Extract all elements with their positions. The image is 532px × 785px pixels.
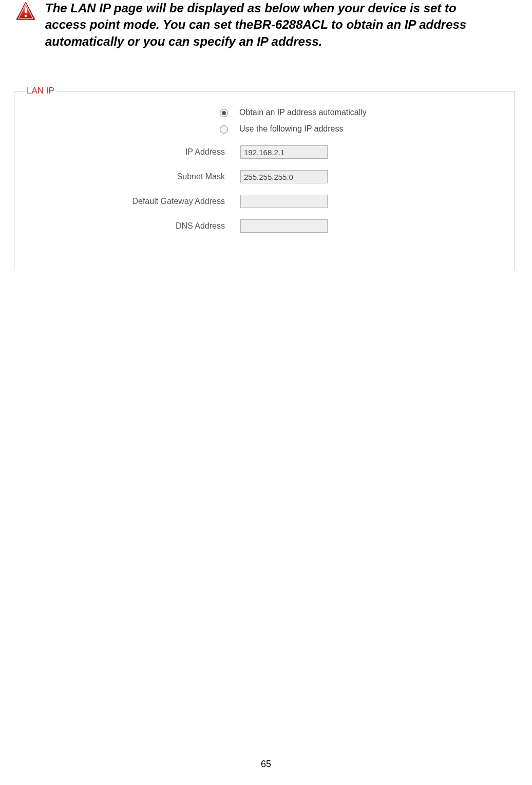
label-default-gateway: Default Gateway Address: [25, 197, 240, 206]
radio-obtain-auto[interactable]: Obtain an IP address automatically: [220, 106, 504, 119]
input-dns-address[interactable]: [240, 219, 328, 233]
note-text: The LAN IP page will be displayed as bel…: [45, 0, 517, 50]
input-ip-address[interactable]: [240, 145, 328, 159]
lan-ip-panel: LAN IP Obtain an IP address automaticall…: [13, 86, 516, 270]
svg-rect-2: [25, 7, 27, 13]
document-page: The LAN IP page will be displayed as bel…: [0, 0, 532, 785]
radio-label: Use the following IP address: [239, 124, 343, 134]
row-default-gateway: Default Gateway Address: [25, 195, 504, 208]
row-subnet-mask: Subnet Mask: [25, 170, 504, 183]
radio-label: Obtain an IP address automatically: [239, 108, 367, 117]
label-dns-address: DNS Address: [25, 221, 240, 231]
warning-icon: [15, 1, 36, 22]
fieldset-legend: LAN IP: [25, 86, 56, 96]
radio-icon: [220, 125, 228, 134]
ip-mode-radio-group: Obtain an IP address automatically Use t…: [220, 106, 504, 135]
lan-ip-fieldset: LAN IP Obtain an IP address automaticall…: [14, 86, 515, 270]
page-number: 65: [0, 759, 532, 770]
note-block: The LAN IP page will be displayed as bel…: [15, 0, 517, 50]
row-ip-address: IP Address: [25, 145, 504, 159]
input-subnet-mask[interactable]: [240, 170, 328, 183]
form-rows: IP Address Subnet Mask Default Gateway A…: [25, 145, 504, 233]
row-dns-address: DNS Address: [25, 219, 504, 233]
input-default-gateway[interactable]: [240, 195, 328, 208]
label-subnet-mask: Subnet Mask: [25, 172, 240, 181]
svg-point-3: [25, 15, 27, 17]
radio-icon: [220, 109, 228, 117]
radio-use-following[interactable]: Use the following IP address: [220, 123, 504, 135]
label-ip-address: IP Address: [25, 147, 240, 157]
